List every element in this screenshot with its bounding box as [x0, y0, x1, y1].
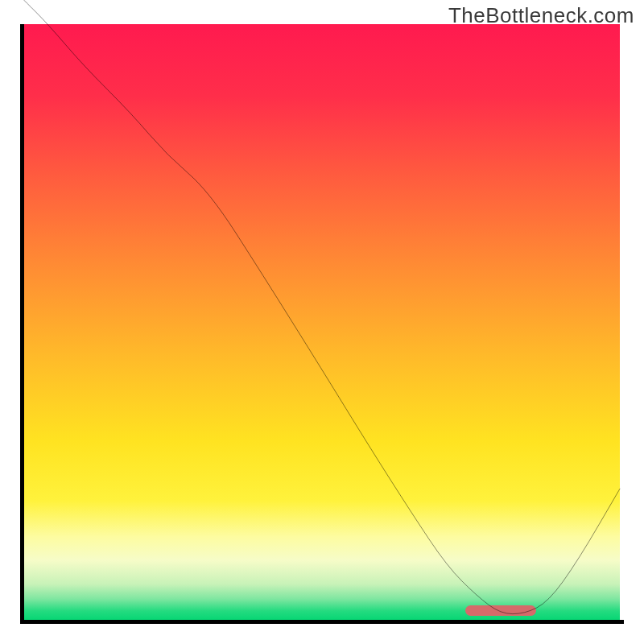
bottleneck-curve [24, 24, 620, 620]
chart-container: TheBottleneck.com [0, 0, 644, 644]
plot-area [24, 24, 620, 620]
x-axis-line [20, 620, 624, 624]
